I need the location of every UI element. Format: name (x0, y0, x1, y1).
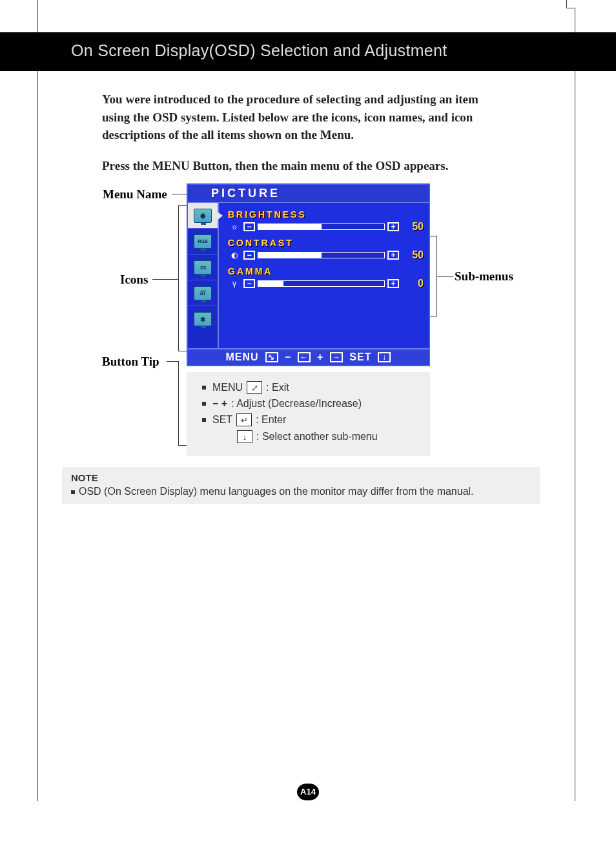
footer-minus: − (285, 351, 291, 363)
bracket-icons-v (178, 205, 179, 351)
bullet-icon (202, 386, 206, 390)
note-text-content: OSD (On Screen Display) menu languages o… (79, 486, 474, 497)
slider-row: ◐ − + 50 (228, 249, 424, 261)
minus-button[interactable]: − (243, 279, 255, 288)
submenu-label: CONTRAST (228, 238, 424, 248)
brightness-icon: ☼ (228, 222, 241, 231)
label-icons: Icons (120, 273, 148, 287)
line-icons (152, 279, 178, 280)
label-button-tip: Button Tip (102, 355, 159, 369)
bullet-icon (202, 402, 206, 406)
osd-icon-setup[interactable]: ✱ (188, 306, 218, 332)
slider-row: γ − + 0 (228, 278, 424, 289)
plus-button[interactable]: + (387, 222, 399, 231)
note-box: NOTE OSD (On Screen Display) menu langua… (62, 467, 540, 504)
note-label: NOTE (71, 472, 531, 483)
osd-icon-picture[interactable]: ◉ (188, 203, 218, 229)
bracket-icons-b (178, 351, 187, 351)
footer-set-label: SET (349, 351, 371, 363)
osd-main: BRIGHTNESS ☼ − + 50 CONTRAST ◐ − + 50 (219, 203, 429, 348)
osd-icon-color[interactable]: RGB (188, 229, 218, 255)
submenu-gamma: GAMMA γ − + 0 (228, 266, 424, 289)
tip-label: SET (212, 414, 232, 426)
contrast-icon: ◐ (228, 251, 241, 260)
corner-mark (566, 0, 575, 8)
bracket-buttontip-v (178, 361, 179, 445)
sun-icon: ◉ (194, 209, 211, 222)
tip-row: ↓ : Select another sub-menu (237, 430, 418, 443)
osd-body: ◉ RGB ▭ /// ✱ BRIGHTNESS ☼ − + (188, 203, 429, 348)
contrast-slider[interactable] (258, 252, 385, 258)
label-sub-menus: Sub-menus (455, 269, 513, 284)
submenu-contrast: CONTRAST ◐ − + 50 (228, 238, 424, 261)
submenu-brightness: BRIGHTNESS ☼ − + 50 (228, 209, 424, 233)
osd-icon-screen[interactable]: ▭ (188, 255, 218, 280)
tip-desc: : Select another sub-menu (256, 431, 378, 442)
line-button-tip (167, 361, 178, 362)
tip-label: MENU (212, 382, 243, 393)
tip-desc: : Adjust (Decrease/Increase) (231, 398, 362, 410)
note-text: OSD (On Screen Display) menu languages o… (71, 486, 531, 497)
left-key-icon: ← (298, 352, 311, 362)
gamma-slider[interactable] (258, 280, 385, 287)
submenu-label: GAMMA (228, 266, 424, 276)
screen-icon: ▭ (194, 261, 211, 274)
minus-button[interactable]: − (243, 222, 255, 231)
button-tip-box: MENU ⤢ : Exit − + : Adjust (Decrease/Inc… (187, 372, 430, 456)
bracket-submenus-v (436, 236, 437, 317)
down-key-icon: ↓ (378, 352, 391, 362)
minommit-plus-label: − + (212, 398, 227, 410)
osd-title: PICTURE (188, 185, 429, 203)
osd-footer: MENU⤡ −← +→ SET↓ (188, 348, 429, 365)
exit-key-icon: ⤢ (247, 381, 262, 394)
contrast-value: 50 (402, 249, 424, 261)
tip-desc: : Enter (256, 414, 286, 426)
tools-icon: /// (194, 287, 211, 300)
tip-row: − + : Adjust (Decrease/Increase) (202, 398, 418, 410)
bullet-icon (71, 490, 75, 494)
right-key-icon: → (330, 352, 343, 362)
tip-desc: : Exit (266, 382, 289, 393)
menu-key-icon: ⤡ (265, 352, 278, 362)
tip-row: SET ↵ : Enter (202, 413, 418, 426)
page-number: A14 (297, 784, 319, 800)
plus-button[interactable]: + (387, 251, 399, 260)
tip-row: MENU ⤢ : Exit (202, 381, 418, 394)
label-menu-name: Menu Name (103, 187, 167, 202)
press-menu-text: Press the MENU Button, then the main men… (102, 159, 515, 173)
page-title: On Screen Display(OSD) Selection and Adj… (71, 41, 447, 60)
osd-icon-column: ◉ RGB ▭ /// ✱ (188, 203, 219, 348)
bracket-submenus-t (430, 236, 436, 236)
footer-plus: + (317, 351, 323, 363)
bullet-icon (202, 418, 206, 422)
osd-window: PICTURE ◉ RGB ▭ /// ✱ BRIGHTNESS ☼ (187, 183, 430, 366)
osd-icon-tools[interactable]: /// (188, 280, 218, 306)
gear-icon: ✱ (194, 313, 211, 326)
bracket-submenus-b (430, 317, 436, 317)
bracket-icons-t (178, 205, 187, 206)
line-menu-name (172, 194, 187, 194)
header-bar: On Screen Display(OSD) Selection and Adj… (0, 32, 616, 71)
plus-button[interactable]: + (387, 279, 399, 288)
minus-button[interactable]: − (243, 251, 255, 260)
intro-text: You were introduced to the procedure of … (102, 90, 502, 144)
bracket-buttontip-b (178, 445, 187, 446)
submenu-label: BRIGHTNESS (228, 209, 424, 220)
gamma-icon: γ (228, 279, 241, 288)
down-key-icon: ↓ (237, 430, 252, 443)
brightness-slider[interactable] (258, 224, 385, 230)
gamma-value: 0 (402, 278, 424, 289)
footer-menu-label: MENU (226, 351, 259, 363)
rgb-icon: RGB (194, 235, 211, 248)
line-submenus (436, 276, 453, 277)
enter-key-icon: ↵ (236, 413, 252, 426)
slider-row: ☼ − + 50 (228, 221, 424, 233)
brightness-value: 50 (402, 221, 424, 233)
